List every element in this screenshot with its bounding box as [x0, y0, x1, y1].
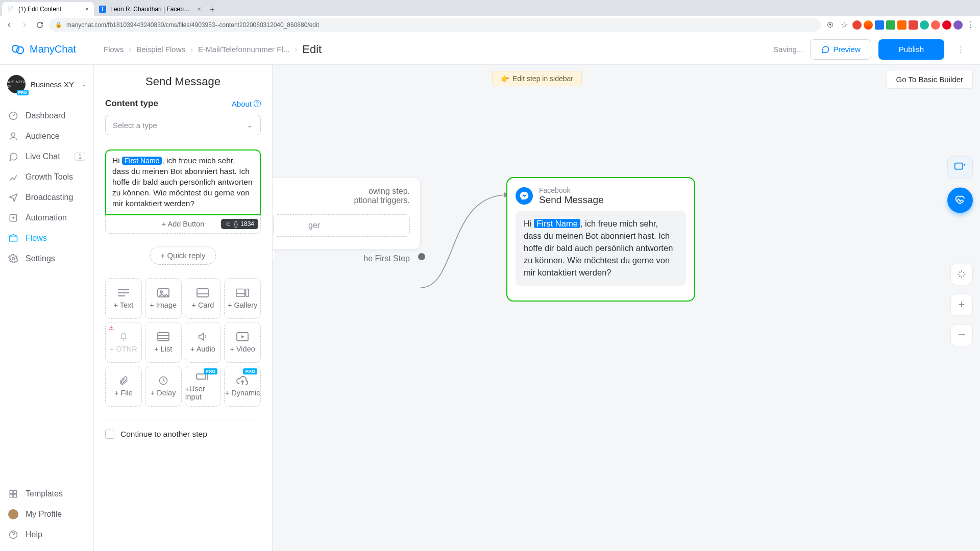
edit-step-pill[interactable]: 👉 Edit step in sidebar: [492, 71, 582, 86]
health-button[interactable]: [947, 187, 973, 213]
variable-chip: First Name: [534, 219, 580, 228]
publish-button[interactable]: Publish: [878, 39, 944, 60]
add-image-block[interactable]: + Image: [145, 278, 182, 319]
extension-icon[interactable]: [875, 20, 884, 30]
url-field[interactable]: 🔒 manychat.com/fb181039443240830/cms/fil…: [49, 18, 821, 32]
svg-point-0: [12, 45, 19, 52]
close-icon[interactable]: ×: [85, 5, 89, 13]
close-icon[interactable]: ×: [197, 5, 201, 13]
flow-canvas[interactable]: 👉 Edit step in sidebar Go To Basic Build…: [94, 65, 980, 551]
chevron-down-icon: ⌄: [247, 120, 253, 130]
continue-label: Continue to another step: [120, 430, 207, 439]
sidebar-item-audience[interactable]: Audience: [0, 126, 93, 146]
add-button-label: + Add Button: [162, 220, 204, 228]
about-link[interactable]: About ?: [232, 99, 261, 108]
chevron-right-icon: ›: [129, 45, 131, 54]
new-tab-button[interactable]: +: [206, 4, 218, 16]
reload-button[interactable]: [34, 19, 46, 31]
extension-icon[interactable]: [942, 20, 951, 30]
more-menu-button[interactable]: ⋮: [951, 39, 970, 60]
gear-icon: [8, 254, 18, 264]
auto-layout-button[interactable]: [950, 263, 973, 285]
messenger-icon: [516, 187, 533, 205]
sidebar-item-templates[interactable]: Templates: [0, 484, 93, 504]
tab-title: Leon R. Chaudhari | Facebook: [110, 6, 193, 13]
avatar-icon[interactable]: [953, 20, 963, 30]
add-button-row[interactable]: + Add Button ☺ {} 1834: [105, 215, 261, 234]
breadcrumb-item[interactable]: Beispiel Flows: [136, 45, 185, 54]
sidebar-item-label: Automation: [26, 213, 67, 222]
sidebar-item-growth-tools[interactable]: Growth Tools: [0, 167, 93, 187]
back-button[interactable]: [3, 19, 15, 31]
browser-tab-active[interactable]: 📄 (1) Edit Content ×: [2, 2, 94, 16]
starting-step-card[interactable]: owing step. ptional triggers. ger he Fir…: [262, 177, 421, 249]
basic-builder-button[interactable]: Go To Basic Builder: [887, 70, 973, 89]
sidebar-item-settings[interactable]: Settings: [0, 248, 93, 269]
continue-to-step[interactable]: Continue to another step: [105, 430, 261, 439]
breadcrumb-item[interactable]: Flows: [104, 45, 124, 54]
breadcrumb-item[interactable]: E-Mail/Telefonnummer Fl...: [198, 45, 289, 54]
svg-rect-11: [955, 163, 963, 169]
sidebar-item-automation[interactable]: Automation: [0, 208, 93, 228]
add-video-block[interactable]: + Video: [224, 322, 261, 363]
canvas-rail: + −: [950, 263, 973, 346]
extension-icon[interactable]: [897, 20, 906, 30]
app-top-bar: ManyChat Flows › Beispiel Flows › E-Mail…: [0, 34, 980, 65]
preview-button[interactable]: Preview: [810, 39, 871, 60]
lock-icon: 🔒: [55, 21, 62, 28]
add-list-block[interactable]: + List: [145, 322, 182, 363]
browser-tab[interactable]: f Leon R. Chaudhari | Facebook ×: [94, 2, 206, 16]
add-text-block[interactable]: + Text: [105, 278, 142, 319]
sidebar-item-help[interactable]: Help: [0, 524, 93, 545]
sidebar-item-dashboard[interactable]: Dashboard: [0, 106, 93, 126]
account-switcher[interactable]: BUSINESS XY PRO Business XY ⌄: [0, 71, 93, 101]
svg-rect-6: [10, 490, 13, 493]
chat-icon: [821, 45, 830, 54]
add-dynamic-block[interactable]: PRO+ Dynamic: [224, 366, 261, 407]
variable-icon[interactable]: {}: [234, 220, 238, 228]
file-icon: [116, 375, 131, 386]
chat-icon: [8, 152, 18, 162]
add-step-button[interactable]: [947, 156, 973, 178]
add-gallery-block[interactable]: + Gallery: [224, 278, 261, 319]
add-trigger-slot[interactable]: ger: [273, 214, 410, 237]
extension-icon[interactable]: [931, 20, 940, 30]
extension-icon[interactable]: [852, 20, 862, 30]
sidebar-item-profile[interactable]: My Profile: [0, 504, 93, 524]
emoji-icon[interactable]: ☺: [225, 220, 231, 228]
translate-icon[interactable]: ⦿: [824, 19, 836, 31]
sidebar-item-broadcasting[interactable]: Broadcasting: [0, 187, 93, 208]
extension-icon[interactable]: [909, 20, 918, 30]
checkbox[interactable]: [105, 430, 114, 439]
menu-icon[interactable]: ⋮: [965, 19, 977, 31]
sidebar-item-live-chat[interactable]: Live Chat 1: [0, 146, 93, 167]
image-icon: [156, 288, 170, 298]
zoom-out-button[interactable]: −: [950, 324, 973, 346]
brand-logo[interactable]: ManyChat: [10, 42, 94, 57]
add-user-input-block[interactable]: PRO+User Input: [185, 366, 222, 407]
send-message-node[interactable]: Facebook Send Message Hi First Name, ich…: [506, 177, 695, 302]
add-delay-block[interactable]: + Delay: [145, 366, 182, 407]
forward-button[interactable]: [18, 19, 31, 31]
zoom-in-button[interactable]: +: [950, 293, 973, 316]
variable-chip[interactable]: First Name: [122, 157, 162, 165]
ghost-text: ptional triggers.: [273, 196, 410, 205]
message-text-editor[interactable]: Hi First Name, ich freue mich sehr, dass…: [105, 149, 261, 215]
star-icon[interactable]: ☆: [838, 19, 850, 31]
sidebar-item-flows[interactable]: Flows: [0, 228, 93, 248]
connector-dot[interactable]: [418, 253, 425, 260]
extension-icon[interactable]: [864, 20, 873, 30]
extension-icon[interactable]: [920, 20, 929, 30]
content-type-select[interactable]: Select a type ⌄: [105, 115, 261, 135]
add-card-block[interactable]: + Card: [185, 278, 222, 319]
extension-icon[interactable]: [886, 20, 895, 30]
svg-rect-17: [158, 333, 169, 341]
templates-icon: [8, 489, 18, 499]
add-otnr-block[interactable]: ⚠+ OTNR: [105, 322, 142, 363]
svg-point-13: [160, 291, 162, 293]
svg-rect-15: [236, 289, 245, 296]
connector-line: [416, 174, 513, 292]
add-audio-block[interactable]: + Audio: [185, 322, 222, 363]
add-file-block[interactable]: + File: [105, 366, 142, 407]
add-quick-reply-button[interactable]: + Quick reply: [150, 246, 216, 265]
